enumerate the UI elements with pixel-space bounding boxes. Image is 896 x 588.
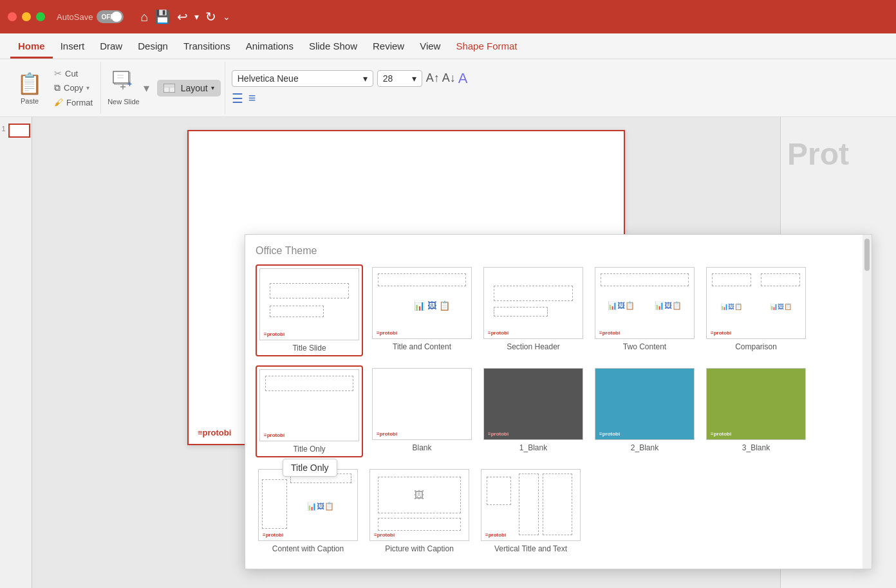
layout-button-label: Layout bbox=[181, 83, 208, 93]
font-size-selector[interactable]: 28 ▾ bbox=[377, 70, 422, 87]
svg-rect-9 bbox=[164, 87, 169, 92]
menu-insert[interactable]: Insert bbox=[53, 37, 93, 59]
format-label: Format bbox=[66, 98, 93, 107]
layout-thumb-title-content: 📊 🖼 📋 ≡protobi bbox=[372, 267, 472, 339]
menu-transitions[interactable]: Transitions bbox=[176, 37, 238, 59]
layout-item-2blank[interactable]: ≡protobi 2_Blank bbox=[592, 365, 697, 457]
autosave-toggle[interactable]: OFF bbox=[97, 10, 124, 23]
layout-item-vertical[interactable]: ≡protobi Vertical Title and Text bbox=[478, 466, 583, 556]
new-slide-label[interactable]: New Slide bbox=[107, 98, 140, 106]
layout-label-section-header: Section Header bbox=[507, 342, 560, 351]
layout-label-title-only: Title Only bbox=[293, 445, 325, 454]
slide-logo: ≡protobi bbox=[198, 428, 231, 437]
customize-icon[interactable]: ⌄ bbox=[223, 12, 230, 22]
layout-item-title-content[interactable]: 📊 🖼 📋 ≡protobi Title and Content bbox=[369, 264, 474, 356]
layout-thumb-1blank: ≡protobi bbox=[483, 368, 583, 440]
font-selector[interactable]: Helvetica Neue ▾ bbox=[232, 70, 373, 87]
font-size-increase-button[interactable]: A↑ bbox=[426, 71, 440, 85]
font-name: Helvetica Neue bbox=[238, 73, 299, 84]
traffic-lights bbox=[8, 12, 45, 21]
layout-item-1blank[interactable]: ≡protobi 1_Blank bbox=[481, 365, 586, 457]
title-bar: AutoSave OFF ⌂ 💾 ↩ ▾ ↻ ⌄ bbox=[0, 0, 896, 33]
slide-thumbnail[interactable] bbox=[8, 124, 30, 138]
layout-item-content-caption[interactable]: 📊🖼📋 ≡protobi Content with Caption bbox=[256, 466, 360, 556]
menu-view[interactable]: View bbox=[412, 37, 448, 59]
slide-number: 1 bbox=[1, 125, 5, 133]
menu-slideshow[interactable]: Slide Show bbox=[301, 37, 365, 59]
menu-draw[interactable]: Draw bbox=[92, 37, 130, 59]
layout-thumb-vertical: ≡protobi bbox=[481, 469, 581, 541]
layout-label-two-content: Two Content bbox=[623, 342, 666, 351]
layout-item-two-content[interactable]: 📊🖼📋 📊🖼📋 ≡protobi Two Content bbox=[592, 264, 697, 356]
paste-button[interactable]: 📋 Paste bbox=[12, 69, 48, 107]
redo-icon[interactable]: ↻ bbox=[205, 9, 216, 24]
font-format-button[interactable]: A bbox=[458, 70, 468, 87]
layout-thumb-3blank: ≡protobi bbox=[706, 368, 806, 440]
layout-item-title-only[interactable]: ≡protobi Title Only Title Only bbox=[256, 365, 363, 457]
copy-icon: ⧉ bbox=[54, 82, 61, 93]
menu-animations[interactable]: Animations bbox=[238, 37, 301, 59]
layout-label-picture-caption: Picture with Caption bbox=[385, 544, 454, 553]
slide-panel: 1 bbox=[0, 117, 32, 588]
layout-label-title-slide: Title Slide bbox=[292, 344, 326, 353]
layout-label-3blank: 3_Blank bbox=[742, 443, 770, 452]
font-size: 28 bbox=[383, 73, 393, 84]
layout-item-comparison[interactable]: 📊🖼📋 📊🖼📋 ≡protobi Comparison bbox=[704, 264, 808, 356]
layout-label-blank: Blank bbox=[412, 443, 431, 452]
minimize-button[interactable] bbox=[22, 12, 31, 21]
home-icon[interactable]: ⌂ bbox=[140, 10, 148, 24]
font-size-dropdown-icon: ▾ bbox=[412, 73, 416, 84]
font-size-decrease-button[interactable]: A↓ bbox=[442, 71, 456, 85]
copy-label: Copy bbox=[64, 83, 83, 93]
numbered-list-icon[interactable]: ≡ bbox=[248, 91, 256, 106]
undo-dropdown-icon[interactable]: ▾ bbox=[194, 12, 199, 22]
menu-review[interactable]: Review bbox=[365, 37, 412, 59]
cut-button[interactable]: ✂ Cut bbox=[50, 67, 97, 80]
quick-access-toolbar: ⌂ 💾 ↩ ▾ ↻ ⌄ bbox=[140, 9, 230, 24]
save-icon[interactable]: 💾 bbox=[154, 9, 171, 24]
layout-thumb-section-header: ≡protobi bbox=[483, 267, 583, 339]
slides-group-dropdown[interactable]: ▾ bbox=[144, 81, 149, 95]
format-button[interactable]: 🖌 Format bbox=[50, 96, 97, 109]
menu-home[interactable]: Home bbox=[10, 37, 53, 59]
layout-thumb-content-caption: 📊🖼📋 ≡protobi bbox=[258, 469, 358, 541]
layout-label-vertical: Vertical Title and Text bbox=[494, 544, 567, 553]
layout-item-title-slide[interactable]: ≡protobi Title Slide bbox=[256, 264, 363, 356]
copy-button[interactable]: ⧉ Copy ▾ bbox=[50, 81, 97, 95]
layout-thumb-comparison: 📊🖼📋 📊🖼📋 ≡protobi bbox=[706, 267, 806, 339]
maximize-button[interactable] bbox=[36, 12, 45, 21]
svg-rect-8 bbox=[164, 84, 174, 87]
svg-text:+: + bbox=[127, 80, 132, 89]
layout-label-content-caption: Content with Caption bbox=[272, 544, 344, 553]
font-dropdown-icon: ▾ bbox=[363, 73, 368, 84]
layout-item-section-header[interactable]: ≡protobi Section Header bbox=[481, 264, 586, 356]
bullet-list-icon[interactable]: ☰ bbox=[232, 91, 243, 106]
clipboard-group: 📋 Paste ✂ Cut ⧉ Copy ▾ 🖌 Format bbox=[8, 62, 101, 114]
layout-label-1blank: 1_Blank bbox=[519, 443, 547, 452]
layout-item-3blank[interactable]: ≡protobi 3_Blank bbox=[704, 365, 808, 457]
layout-thumb-2blank: ≡protobi bbox=[595, 368, 695, 440]
layout-dropdown: Office Theme ≡protobi Title Slide 📊 🖼 bbox=[245, 234, 872, 569]
layout-button[interactable]: Layout ▾ bbox=[157, 80, 221, 96]
layout-dropdown-title: Office Theme bbox=[256, 245, 859, 257]
layout-item-blank[interactable]: ≡protobi Blank bbox=[369, 365, 474, 457]
menu-shapeformat[interactable]: Shape Format bbox=[448, 37, 525, 59]
cut-label: Cut bbox=[65, 69, 78, 78]
paste-label: Paste bbox=[21, 97, 39, 105]
layout-item-picture-caption[interactable]: 🖼 ≡protobi Picture with Caption bbox=[367, 466, 472, 556]
new-slide-icon: + bbox=[112, 70, 135, 94]
format-icon: 🖌 bbox=[54, 97, 63, 107]
layout-label-title-content: Title and Content bbox=[393, 342, 451, 351]
right-panel-preview: Prot bbox=[787, 124, 890, 185]
main-area: 1 Protobi template Author Date ≡protobi … bbox=[0, 117, 896, 588]
dropdown-scrollbar[interactable] bbox=[863, 235, 872, 569]
undo-icon[interactable]: ↩ bbox=[177, 9, 188, 24]
layout-thumb-picture-caption: 🖼 ≡protobi bbox=[369, 469, 469, 541]
layout-row-1: ≡protobi Title Slide 📊 🖼 📋 ≡protobi Titl… bbox=[256, 264, 859, 356]
toggle-knob bbox=[111, 12, 122, 22]
close-button[interactable] bbox=[8, 12, 17, 21]
layout-thumb-blank: ≡protobi bbox=[372, 368, 472, 440]
cut-icon: ✂ bbox=[54, 68, 62, 78]
copy-dropdown-icon[interactable]: ▾ bbox=[86, 84, 89, 91]
menu-design[interactable]: Design bbox=[130, 37, 176, 59]
